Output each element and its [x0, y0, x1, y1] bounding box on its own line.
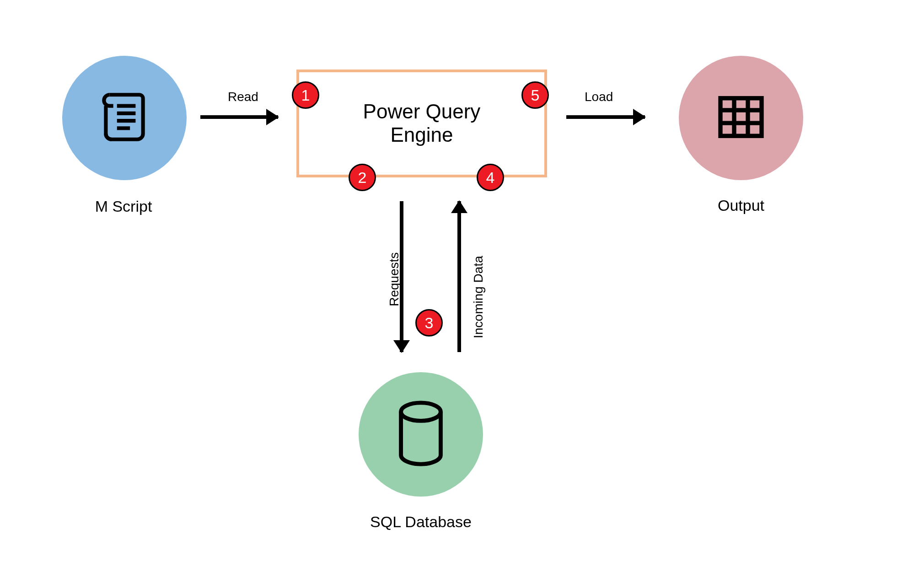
step-5: 5	[521, 81, 549, 109]
step-4: 4	[477, 164, 504, 191]
svg-point-9	[401, 403, 441, 421]
arrow-read-label: Read	[228, 90, 258, 104]
step-2: 2	[349, 164, 376, 191]
node-m-script	[62, 56, 187, 180]
step-3: 3	[415, 309, 443, 337]
node-database	[359, 372, 483, 497]
engine-label: Power Query Engine	[363, 100, 481, 146]
node-database-label: SQL Database	[352, 513, 489, 531]
arrow-requests-label: Requests	[387, 252, 402, 306]
arrow-incoming	[457, 201, 461, 352]
arrow-incoming-label: Incoming Data	[471, 256, 486, 338]
step-1: 1	[292, 81, 319, 109]
arrow-read	[200, 115, 278, 119]
diagram-canvas: M Script Power Query Engine Output	[0, 0, 913, 588]
node-m-script-label: M Script	[55, 198, 192, 215]
node-output-label: Output	[672, 197, 810, 214]
svg-rect-4	[720, 98, 762, 136]
arrow-load-label: Load	[585, 90, 613, 104]
database-icon	[391, 399, 451, 470]
script-icon	[95, 87, 154, 149]
arrow-load	[566, 115, 645, 119]
node-output	[679, 56, 803, 180]
table-icon	[714, 90, 768, 146]
node-engine: Power Query Engine	[296, 69, 547, 177]
